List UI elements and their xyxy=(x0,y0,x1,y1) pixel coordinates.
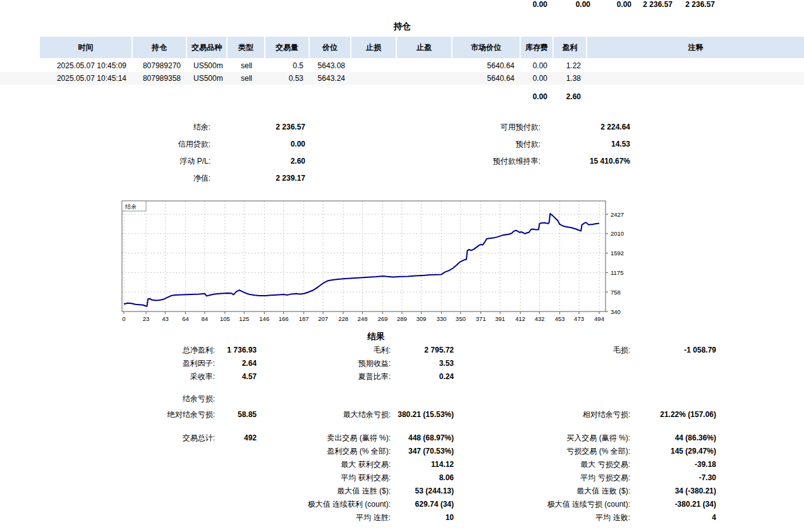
result-total_net_profit-value: 1 736.93 xyxy=(200,344,257,356)
positions-total-profit: 2.60 xyxy=(554,90,587,103)
y-tick-label: 2427 xyxy=(611,211,624,218)
x-tick-label: 146 xyxy=(259,315,269,322)
result-short_trades-label: 卖出交易 (赢得 %): xyxy=(265,432,391,444)
summary-margin-value: 14.53 xyxy=(544,138,630,150)
position-cell-tp xyxy=(397,72,453,85)
result-max_consecutive_profit-value: 629.74 (34) xyxy=(378,498,454,511)
position-row: 2025.05.07 10:45:09807989270US500msell0.… xyxy=(0,59,804,72)
result-average_profit_trade-label: 平均 获利交易: xyxy=(265,471,391,484)
position-cell-symbol: US500m xyxy=(187,72,228,85)
x-tick-label: 187 xyxy=(299,315,309,322)
summary-free_margin-value: 2 224.64 xyxy=(544,121,630,133)
result-avg_consecutive_wins-label: 平均 连胜: xyxy=(265,511,391,524)
x-tick-label: 0 xyxy=(122,315,125,322)
x-tick-label: 269 xyxy=(378,315,388,322)
position-cell-sl xyxy=(351,59,397,72)
y-tick-label: 1175 xyxy=(611,269,623,276)
position-cell-volume: 0.5 xyxy=(265,59,310,72)
x-tick-label: 371 xyxy=(476,315,486,322)
result-balance_drawdown_absolute-label: 绝对结余亏损: xyxy=(38,408,215,421)
positions-col-profit: 盈利 xyxy=(554,37,586,58)
result-sharpe_ratio-label: 夏普比率: xyxy=(265,370,391,383)
x-tick-label: 494 xyxy=(594,315,604,322)
balance-chart: 结余34075811751592201024270234364841051251… xyxy=(117,197,630,327)
y-tick-label: 1592 xyxy=(611,250,624,257)
summary-balance-value: 2 236.57 xyxy=(228,121,305,133)
position-cell-market_price: 5640.64 xyxy=(453,59,521,72)
result-gross_profit-value: 2 795.72 xyxy=(378,344,454,356)
result-avg_consecutive_losses-label: 平均 连败: xyxy=(499,511,630,524)
result-loss_trades-label: 亏损交易 (% 全部): xyxy=(499,445,630,457)
x-tick-label: 432 xyxy=(535,315,545,322)
result-max_consecutive_losses-value: 34 (-380.21) xyxy=(637,485,716,497)
x-tick-label: 350 xyxy=(456,315,466,322)
result-long_trades-label: 买入交易 (赢得 %): xyxy=(499,432,630,444)
result-largest_profit_trade-label: 最大 获利交易: xyxy=(265,458,391,471)
y-tick-label: 758 xyxy=(611,289,621,296)
position-cell-position: 807989270 xyxy=(133,59,187,72)
result-max_consecutive_profit-label: 极大值 连续获利 (count): xyxy=(265,498,391,511)
position-cell-swap: 0.00 xyxy=(521,59,554,72)
result-average_loss_trade-value: -7.30 xyxy=(637,471,716,484)
x-tick-label: 289 xyxy=(397,315,407,322)
summary-credit-value: 0.00 xyxy=(228,138,305,150)
result-balance_drawdown_relative-label: 相对结余亏损: xyxy=(499,408,630,421)
result-balance_drawdown_relative-value: 21.22% (157.06) xyxy=(637,408,716,421)
position-row: 2025.05.07 10:45:14807989358US500msell0.… xyxy=(0,72,804,85)
x-tick-label: 43 xyxy=(162,315,169,322)
position-cell-comment xyxy=(587,59,804,72)
x-tick-label: 412 xyxy=(515,315,525,322)
summary-margin-label: 预付款: xyxy=(379,138,540,150)
positions-col-position: 持仓 xyxy=(133,37,186,58)
x-tick-label: 248 xyxy=(358,315,368,322)
result-max_consecutive_wins-value: 53 (244.13) xyxy=(378,485,454,497)
x-tick-label: 166 xyxy=(279,315,289,322)
summary-floating_pl-label: 浮动 P/L: xyxy=(63,155,210,167)
result-profit_trades-label: 盈利交易 (% 全部): xyxy=(265,445,391,457)
positions-title: 持仓 xyxy=(0,21,804,32)
position-cell-symbol: US500m xyxy=(187,59,228,72)
x-tick-label: 228 xyxy=(338,315,348,322)
result-profit_factor-value: 2.64 xyxy=(200,357,257,370)
positions-total-swap: 0.00 xyxy=(521,90,554,103)
result-avg_consecutive_wins-value: 10 xyxy=(378,511,454,524)
position-cell-volume: 0.53 xyxy=(265,72,310,85)
x-tick-label: 453 xyxy=(555,315,565,322)
position-cell-position: 807989358 xyxy=(133,72,187,85)
result-expected_payoff-label: 预期收益: xyxy=(265,357,391,370)
result-average_loss_trade-label: 平均 亏损交易: xyxy=(499,471,630,484)
position-cell-time: 2025.05.07 10:45:09 xyxy=(40,59,133,72)
positions-table-header: 时间持仓交易品种类型交易量价位止损止盈市场价位库存费盈利注释 xyxy=(0,37,804,58)
position-cell-comment xyxy=(587,72,804,85)
result-sharpe_ratio-value: 0.24 xyxy=(378,370,454,383)
result-largest_profit_trade-value: 114.12 xyxy=(378,458,454,471)
result-largest_loss_trade-label: 最大 亏损交易: xyxy=(499,458,630,471)
x-tick-label: 105 xyxy=(220,315,230,322)
summary-equity-label: 净值: xyxy=(63,172,210,184)
result-avg_consecutive_losses-value: 4 xyxy=(637,511,716,524)
result-largest_loss_trade-value: -39.18 xyxy=(637,458,716,471)
result-loss_trades-value: 145 (29.47%) xyxy=(637,445,716,457)
result-recovery_factor-label: 采收率: xyxy=(38,370,215,383)
summary-margin_level-label: 预付款维持率: xyxy=(379,155,540,167)
result-max_consecutive_losses-label: 最大值 连败 ($): xyxy=(499,485,630,497)
x-tick-label: 330 xyxy=(436,315,446,322)
positions-col-time: 时间 xyxy=(40,37,131,58)
result-average_profit_trade-value: 8.06 xyxy=(378,471,454,484)
positions-col-tp: 止盈 xyxy=(397,37,451,58)
x-tick-label: 84 xyxy=(202,315,209,322)
position-cell-profit: 1.38 xyxy=(554,72,587,85)
result-balance_drawdown_maximal-label: 最大结余亏损: xyxy=(265,408,391,421)
result-expected_payoff-value: 3.53 xyxy=(378,357,454,370)
x-tick-label: 125 xyxy=(239,315,249,322)
positions-col-swap: 库存费 xyxy=(521,37,552,58)
result-balance_drawdown_maximal-value: 380.21 (15.53%) xyxy=(378,408,454,421)
result-balance_drawdown_absolute-value: 58.85 xyxy=(200,408,257,421)
x-tick-label: 391 xyxy=(495,315,505,322)
positions-col-price: 价位 xyxy=(310,37,350,58)
positions-col-sl: 止损 xyxy=(351,37,396,58)
result-max_consecutive_loss-value: -380.21 (34) xyxy=(637,498,716,511)
position-cell-swap: 0.00 xyxy=(521,72,554,85)
position-cell-price: 5643.08 xyxy=(310,59,351,72)
results-title: 结果 xyxy=(313,331,439,342)
